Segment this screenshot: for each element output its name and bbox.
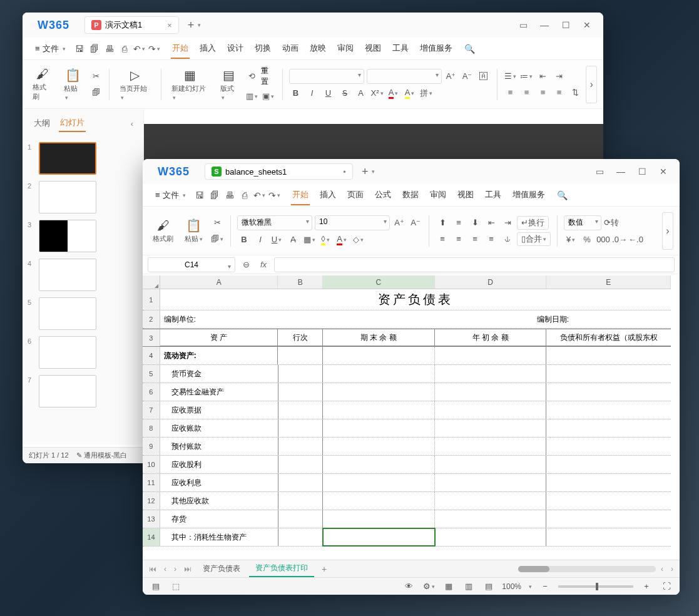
cell[interactable]: [435, 383, 547, 401]
row-header-6[interactable]: 6: [143, 383, 160, 401]
slide-thumb-4[interactable]: [39, 259, 96, 291]
window-panel-icon[interactable]: ▭: [594, 167, 605, 177]
align-left-icon[interactable]: ≡: [503, 86, 517, 100]
distribute-icon[interactable]: ⫝: [501, 232, 514, 246]
zoom-out-icon[interactable]: −: [538, 580, 552, 593]
layout-button[interactable]: ▤版式▾: [217, 65, 242, 103]
menu-insert[interactable]: 插入: [198, 39, 217, 59]
zoom-level[interactable]: 100%: [502, 582, 521, 591]
header-beginning[interactable]: 年 初 余 额: [435, 329, 547, 346]
row-header-3[interactable]: 3: [143, 329, 160, 346]
from-start-button[interactable]: ▷当页开始▾: [116, 65, 155, 103]
align-left-icon[interactable]: ≡: [436, 232, 449, 246]
section2-icon[interactable]: ▣▾: [262, 90, 275, 103]
fx-icon[interactable]: fx: [257, 260, 270, 269]
cell[interactable]: [323, 456, 435, 473]
cell[interactable]: [435, 456, 547, 473]
cell[interactable]: [546, 365, 671, 382]
row-header-11[interactable]: 11: [143, 474, 160, 491]
cell[interactable]: [323, 401, 435, 419]
menu-start[interactable]: 开始: [171, 39, 190, 59]
grow-font-icon[interactable]: A⁺: [392, 216, 406, 230]
menu-vas[interactable]: 增值服务: [511, 185, 546, 205]
menu-data[interactable]: 数据: [401, 185, 420, 205]
phonetic-icon[interactable]: 拼▾: [419, 86, 433, 100]
row-header-2[interactable]: 2: [143, 311, 160, 328]
cell[interactable]: 交易性金融资产: [160, 383, 278, 401]
cell[interactable]: [546, 510, 671, 528]
document-tab[interactable]: S balance_sheets1 •: [205, 163, 353, 180]
undo-icon[interactable]: ↶▾: [253, 189, 266, 202]
cell[interactable]: [323, 383, 435, 401]
slide-thumb-3[interactable]: [39, 220, 96, 252]
menu-page[interactable]: 页面: [346, 185, 365, 205]
menu-tools[interactable]: 工具: [391, 39, 410, 59]
cell[interactable]: [546, 419, 671, 437]
cell[interactable]: [323, 528, 435, 546]
view-normal-icon[interactable]: ▦: [442, 580, 456, 593]
slide-thumb-6[interactable]: [39, 336, 96, 369]
document-tab[interactable]: P 演示文稿1 ×: [84, 16, 179, 34]
increase-indent-icon[interactable]: ⇥: [552, 69, 566, 83]
currency-icon[interactable]: ¥▾: [564, 233, 578, 247]
cell[interactable]: [546, 456, 671, 473]
slide-thumb-5[interactable]: [39, 297, 96, 330]
valign-bot-icon[interactable]: ⬇: [468, 216, 482, 230]
print-preview-icon[interactable]: ⎙: [118, 43, 131, 55]
sheet-prev-icon[interactable]: ‹: [161, 563, 169, 575]
indent-inc-icon[interactable]: ⇥: [501, 216, 514, 230]
menu-slideshow[interactable]: 放映: [309, 39, 327, 59]
paste-button[interactable]: 📋粘贴▾: [60, 65, 85, 103]
cell[interactable]: [435, 365, 547, 382]
add-sheet-button[interactable]: +: [317, 563, 332, 575]
outline-tab[interactable]: 大纲: [33, 115, 51, 131]
valign-mid-icon[interactable]: ≡: [452, 216, 466, 230]
cell[interactable]: 货币资金: [160, 365, 278, 382]
cell[interactable]: [546, 528, 671, 546]
hscroll-right-icon[interactable]: ›: [668, 563, 676, 575]
row-header-5[interactable]: 5: [143, 365, 160, 382]
tab-menu-icon[interactable]: ▾: [198, 22, 201, 28]
collapse-panel-icon[interactable]: ‹: [131, 119, 133, 128]
shrink-font-icon[interactable]: A⁻: [461, 69, 474, 83]
paste-button[interactable]: 📋粘贴▾: [181, 215, 207, 246]
align-center-icon[interactable]: ≡: [519, 86, 533, 100]
sheet-last-icon[interactable]: ⏭: [181, 563, 194, 575]
cell[interactable]: [546, 438, 671, 455]
cell[interactable]: [278, 347, 323, 364]
menu-design[interactable]: 设计: [226, 39, 245, 59]
font-color-icon[interactable]: A▾: [387, 86, 401, 100]
cell[interactable]: [435, 419, 547, 437]
cell[interactable]: [323, 419, 435, 437]
cell[interactable]: [435, 528, 547, 546]
select-all-corner[interactable]: ◢: [143, 275, 160, 289]
cell[interactable]: 预付账款: [160, 438, 278, 455]
font-color-icon[interactable]: A▾: [335, 233, 349, 247]
font-size-select[interactable]: [367, 69, 442, 84]
row-header-1[interactable]: 1: [143, 289, 160, 310]
row-header-9[interactable]: 9: [143, 438, 160, 455]
row-header-8[interactable]: 8: [143, 419, 160, 437]
bold-icon[interactable]: B: [237, 233, 251, 247]
close-button[interactable]: ✕: [582, 20, 592, 30]
eye-icon[interactable]: 👁: [402, 580, 416, 593]
ribbon-scroll-right[interactable]: ›: [586, 66, 597, 103]
search-icon[interactable]: 🔍: [556, 189, 569, 202]
horizontal-scrollbar[interactable]: [518, 566, 656, 572]
cell[interactable]: [546, 347, 671, 364]
numbering-icon[interactable]: ≔▾: [519, 69, 533, 83]
format-painter-button[interactable]: 🖌格式刷: [149, 216, 177, 246]
cell[interactable]: [546, 401, 671, 419]
cell[interactable]: 流动资产:: [160, 347, 278, 364]
save-as-icon[interactable]: 🗐: [88, 43, 101, 55]
format-painter-button[interactable]: 🖌格式刷: [29, 64, 56, 104]
cell[interactable]: [278, 438, 324, 455]
slides-tab[interactable]: 幻灯片: [59, 115, 86, 132]
superscript-icon[interactable]: X²▾: [370, 86, 384, 100]
zoom-slider[interactable]: [558, 585, 633, 588]
copy-icon[interactable]: 🗐▾: [210, 232, 224, 246]
redo-icon[interactable]: ↷▾: [268, 189, 281, 202]
clear-format-icon[interactable]: 🄰: [477, 69, 491, 83]
zoom-in-icon[interactable]: +: [640, 580, 653, 593]
cell[interactable]: [278, 528, 324, 546]
